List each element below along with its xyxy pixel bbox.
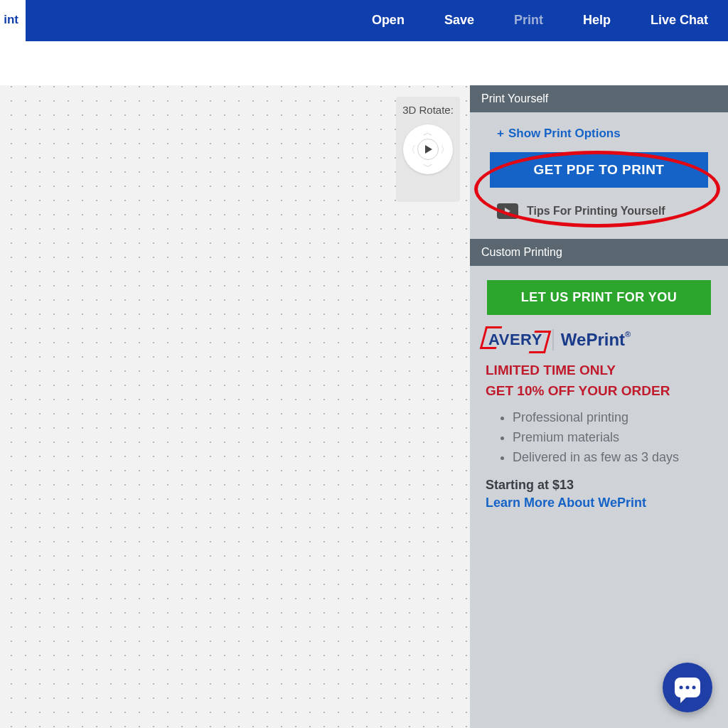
custom-printing-header: Custom Printing (470, 239, 728, 266)
design-canvas[interactable]: 3D Rotate: ︿ ﹀ 〈 〉 (0, 85, 470, 728)
weprint-logo-row: AVERY WePrint® (486, 329, 712, 350)
chevron-left-icon[interactable]: 〈 (406, 144, 416, 154)
tab-print-active[interactable]: int (0, 0, 26, 41)
weprint-logo: WePrint® (561, 330, 631, 350)
feature-list: Professional printing Premium materials … (486, 408, 712, 468)
tips-printing-link[interactable]: Tips For Printing Yourself (497, 203, 712, 219)
tips-label: Tips For Printing Yourself (527, 205, 665, 218)
toolbar-blank (0, 41, 728, 85)
show-print-options-link[interactable]: +Show Print Options (497, 127, 712, 141)
chat-icon (675, 678, 700, 697)
learn-more-link[interactable]: Learn More About WePrint (486, 496, 712, 510)
nav-open[interactable]: Open (352, 0, 424, 41)
let-us-print-button[interactable]: LET US PRINT FOR YOU (487, 280, 711, 315)
rotate-label: 3D Rotate: (396, 104, 460, 116)
nav-livechat[interactable]: Live Chat (631, 0, 728, 41)
rotate-wheel[interactable]: ︿ ﹀ 〈 〉 (403, 124, 453, 174)
right-sidebar: Print Yourself +Show Print Options GET P… (470, 85, 728, 728)
chat-fab[interactable] (663, 663, 712, 712)
plus-icon: + (497, 127, 504, 140)
nav-help[interactable]: Help (563, 0, 631, 41)
video-icon (497, 203, 518, 219)
chevron-down-icon[interactable]: ﹀ (423, 161, 433, 171)
show-print-options-label: Show Print Options (508, 127, 621, 140)
promo-line-1: LIMITED TIME ONLY (486, 360, 712, 381)
avery-logo: AVERY (486, 329, 545, 350)
play-icon (425, 145, 432, 154)
starting-price: Starting at $13 (486, 478, 712, 493)
divider (552, 329, 554, 350)
rotate-3d-panel: 3D Rotate: ︿ ﹀ 〈 〉 (396, 97, 460, 202)
promo-text: LIMITED TIME ONLY GET 10% OFF YOUR ORDER (486, 360, 712, 401)
list-item: Professional printing (513, 408, 712, 428)
print-yourself-header: Print Yourself (470, 85, 728, 112)
get-pdf-button[interactable]: GET PDF TO PRINT (490, 152, 708, 188)
promo-line-2: GET 10% OFF YOUR ORDER (486, 381, 712, 402)
top-nav: int Open Save Print Help Live Chat (0, 0, 728, 41)
chevron-up-icon[interactable]: ︿ (423, 127, 433, 137)
nav-print[interactable]: Print (494, 0, 563, 41)
nav-save[interactable]: Save (424, 0, 494, 41)
chevron-right-icon[interactable]: 〉 (440, 144, 450, 154)
list-item: Premium materials (513, 428, 712, 448)
main-area: 3D Rotate: ︿ ﹀ 〈 〉 Print Yourself +Show … (0, 85, 728, 728)
rotate-play-button[interactable] (417, 139, 439, 160)
list-item: Delivered in as few as 3 days (513, 448, 712, 468)
